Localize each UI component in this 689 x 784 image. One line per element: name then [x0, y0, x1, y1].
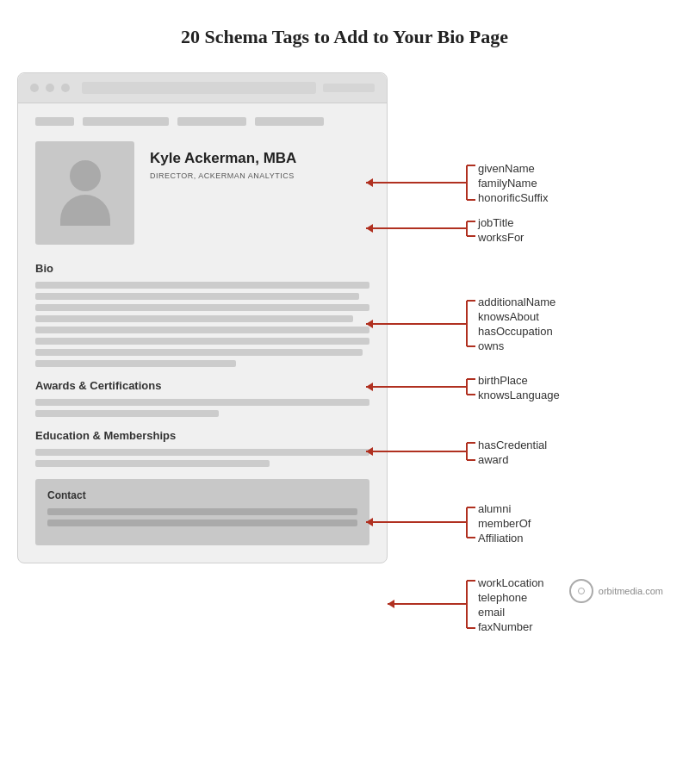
svg-text:owns: owns	[478, 339, 505, 352]
orbit-logo-circle	[569, 579, 593, 603]
nav-item-1	[35, 117, 74, 126]
education-label: Education & Memberships	[35, 429, 369, 442]
bio-label: Bio	[35, 262, 369, 275]
edu-line-1	[35, 449, 369, 456]
svg-text:email: email	[478, 606, 505, 619]
contact-label: Contact	[47, 489, 357, 501]
profile-name: Kyle Ackerman, MBA	[150, 150, 296, 167]
browser-dot-3	[61, 84, 70, 92]
nav-item-2	[83, 117, 169, 126]
contact-box: Contact	[35, 479, 369, 545]
contact-line-2	[47, 520, 357, 526]
annotation-group-credential: hasCredential award	[366, 439, 547, 466]
svg-text:honorificSuffix: honorificSuffix	[478, 191, 549, 204]
contact-line-1	[47, 508, 357, 515]
annotation-group-birthplace: birthPlace knowsLanguage	[366, 374, 560, 401]
bio-line-8	[35, 360, 236, 367]
svg-text:additionalName: additionalName	[478, 296, 556, 308]
education-section: Education & Memberships	[35, 429, 369, 467]
bio-line-5	[35, 327, 369, 333]
svg-text:knowsLanguage: knowsLanguage	[478, 389, 560, 401]
browser-content: Kyle Ackerman, MBA DIRECTOR, ACKERMAN AN…	[18, 103, 387, 545]
avatar-body	[60, 195, 110, 226]
annotation-group-education: alumni memberOf Affiliation	[366, 502, 531, 544]
footer-logo-text: orbitmedia.com	[599, 586, 663, 596]
bio-line-2	[35, 293, 359, 300]
bio-section: Bio	[35, 262, 369, 367]
page-title: 20 Schema Tags to Add to Your Bio Page	[181, 26, 508, 48]
bio-line-6	[35, 338, 369, 345]
svg-text:jobTitle: jobTitle	[477, 216, 513, 229]
profile-info: Kyle Ackerman, MBA DIRECTOR, ACKERMAN AN…	[150, 141, 296, 180]
svg-text:givenName: givenName	[478, 162, 535, 175]
awards-section: Awards & Certifications	[35, 379, 369, 417]
svg-text:hasOccupation: hasOccupation	[478, 325, 553, 338]
avatar	[35, 141, 134, 245]
bio-line-4	[35, 315, 353, 322]
browser-topbar	[18, 73, 387, 103]
edu-line-2	[35, 460, 270, 467]
contact-text-lines	[47, 508, 357, 526]
avatar-head	[70, 160, 101, 191]
svg-text:Affiliation: Affiliation	[478, 532, 524, 544]
bio-line-7	[35, 349, 363, 356]
profile-section: Kyle Ackerman, MBA DIRECTOR, ACKERMAN AN…	[35, 141, 369, 245]
awards-label: Awards & Certifications	[35, 379, 369, 392]
annotation-group-name: givenName familyName honorificSuffix	[366, 162, 549, 204]
svg-text:birthPlace: birthPlace	[478, 374, 528, 387]
bio-line-3	[35, 304, 369, 311]
awards-text-lines	[35, 399, 369, 417]
nav-item-3	[177, 117, 246, 126]
svg-text:memberOf: memberOf	[478, 517, 531, 530]
svg-text:hasCredential: hasCredential	[478, 439, 547, 451]
orbit-logo-inner	[578, 588, 585, 594]
footer: orbitmedia.com	[17, 579, 672, 603]
svg-text:award: award	[478, 453, 508, 466]
awards-line-1	[35, 399, 369, 406]
nav-item-4	[255, 117, 324, 126]
profile-job-title: DIRECTOR, ACKERMAN ANALYTICS	[150, 171, 296, 180]
education-text-lines	[35, 449, 369, 467]
annotation-group-bio: additionalName knowsAbout hasOccupation …	[366, 296, 556, 352]
annotation-group-jobtitle: jobTitle worksFor	[366, 216, 525, 244]
bio-text-lines	[35, 282, 369, 367]
svg-text:knowsAbout: knowsAbout	[478, 310, 539, 323]
diagram-wrapper: Kyle Ackerman, MBA DIRECTOR, ACKERMAN AN…	[17, 72, 672, 563]
browser-extra-bar	[323, 84, 375, 92]
svg-text:alumni: alumni	[478, 502, 511, 515]
svg-text:familyName: familyName	[478, 177, 537, 190]
browser-address-bar	[82, 82, 316, 94]
browser-dot-2	[46, 84, 54, 92]
svg-text:worksFor: worksFor	[477, 231, 525, 244]
nav-bar	[35, 117, 369, 126]
browser-mockup: Kyle Ackerman, MBA DIRECTOR, ACKERMAN AN…	[17, 72, 388, 563]
browser-dot-1	[30, 84, 39, 92]
awards-line-2	[35, 410, 219, 417]
svg-text:faxNumber: faxNumber	[478, 620, 533, 633]
browser-window: Kyle Ackerman, MBA DIRECTOR, ACKERMAN AN…	[17, 72, 388, 563]
bio-line-1	[35, 282, 369, 289]
